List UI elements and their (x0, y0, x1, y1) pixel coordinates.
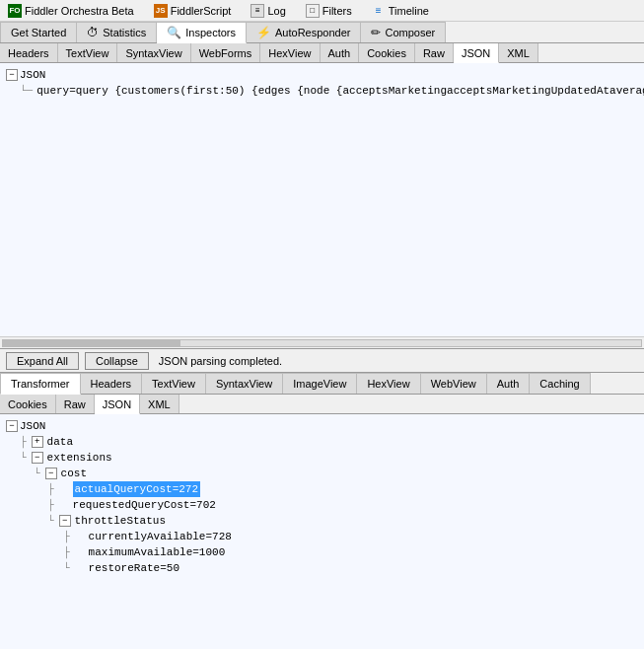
fiddler-script-btn[interactable]: JS FiddlerScript (150, 2, 236, 20)
subtab-textview[interactable]: TextView (58, 43, 118, 62)
tab-statistics-label: Statistics (103, 27, 146, 38)
tree-row-restore-rate[interactable]: └ restoreRate=50 (6, 560, 638, 576)
tab-headers[interactable]: Headers (81, 373, 143, 394)
rqc-connector: ├ (47, 497, 54, 513)
fo-icon: FO (8, 4, 22, 18)
tree-row-requested-query-cost[interactable]: ├ requestedQueryCost=702 (6, 497, 638, 513)
timeline-icon: ≡ (372, 4, 386, 18)
extensions-connector: └ (20, 450, 27, 466)
tree-row-throttle-status[interactable]: └ − throttleStatus (6, 513, 638, 529)
tab-imageview[interactable]: ImageView (283, 373, 357, 394)
lower-subtab-cookies[interactable]: Cookies (0, 395, 56, 413)
tab-autoresponder-label: AutoResponder (275, 27, 350, 38)
fiddler-orchestra-label: Fiddler Orchestra Beta (25, 5, 134, 17)
lower-subtab-xml[interactable]: XML (140, 395, 179, 413)
collapse-btn-extensions[interactable]: − (32, 452, 43, 464)
tab-inspectors[interactable]: 🔍 Inspectors (157, 22, 247, 43)
scroll-thumb[interactable] (3, 340, 180, 346)
requested-query-cost-label: requestedQueryCost=702 (73, 497, 216, 513)
tab-statistics[interactable]: ⏱ Statistics (77, 22, 157, 42)
actual-query-cost-label[interactable]: actualQueryCost=272 (73, 481, 200, 497)
tab-auth[interactable]: Auth (487, 373, 531, 394)
collapse-btn-cost[interactable]: − (45, 468, 57, 479)
tab-caching[interactable]: Caching (530, 373, 590, 394)
tree-row-cost[interactable]: └ − cost (6, 466, 638, 481)
subtab-xml[interactable]: XML (499, 43, 538, 62)
tree-connector: └─ (20, 83, 33, 99)
tab-webview[interactable]: WebView (421, 373, 487, 394)
ma-connector: ├ (63, 544, 70, 560)
tab-composer[interactable]: ✏ Composer (361, 22, 446, 42)
subtab-webforms[interactable]: WebForms (191, 43, 261, 62)
tab-syntaxview[interactable]: SyntaxView (206, 373, 283, 394)
collapse-button[interactable]: Collapse (85, 352, 149, 370)
lower-subtab-json[interactable]: JSON (95, 395, 140, 414)
tree-row-data[interactable]: ├ + data (6, 434, 638, 450)
horizontal-scrollbar[interactable] (0, 336, 644, 348)
collapse-btn-json-root[interactable]: − (6, 69, 18, 81)
tab-hexview[interactable]: HexView (357, 373, 420, 394)
aqc-connector: ├ (47, 481, 54, 497)
tree-row-maximum-available[interactable]: ├ maximumAvailable=1000 (6, 544, 638, 560)
timeline-label: Timeline (389, 5, 429, 17)
statistics-icon: ⏱ (87, 26, 99, 39)
expand-btn-data[interactable]: + (32, 436, 43, 448)
log-icon: ≡ (250, 4, 264, 18)
filters-label: Filters (322, 5, 352, 17)
tab-autoresponder[interactable]: ⚡ AutoResponder (247, 22, 361, 42)
tab-inspectors-label: Inspectors (185, 27, 236, 38)
fiddler-script-label: FiddlerScript (171, 5, 232, 17)
extensions-node-label: extensions (47, 450, 112, 466)
rr-connector: └ (63, 560, 70, 576)
tab-transformer[interactable]: Transformer (0, 373, 81, 395)
restore-rate-label: restoreRate=50 (89, 560, 179, 576)
data-node-label: data (47, 434, 73, 450)
json-panel-top: − JSON └─ query=query {customers(first:5… (0, 63, 644, 349)
subtab-auth[interactable]: Auth (321, 43, 360, 62)
tree-row-bottom-root: − JSON (6, 418, 638, 434)
subtab-hexview[interactable]: HexView (260, 43, 320, 62)
json-tree-bottom: − JSON ├ + data └ − extensions └ − cost (0, 414, 644, 580)
query-line-text: query=query {customers(first:50) {edges … (36, 83, 644, 99)
lower-section: Transformer Headers TextView SyntaxView … (0, 373, 644, 649)
subtab-headers[interactable]: Headers (0, 43, 58, 62)
log-label: Log (267, 5, 285, 17)
transform-tab-bar: Transformer Headers TextView SyntaxView … (0, 373, 644, 395)
json-status-text: JSON parsing completed. (159, 355, 282, 367)
subtab-syntaxview[interactable]: SyntaxView (117, 43, 190, 62)
subtab-cookies[interactable]: Cookies (359, 43, 415, 62)
collapse-btn-bottom-root[interactable]: − (6, 420, 18, 432)
composer-icon: ✏ (371, 26, 381, 39)
autoresponder-icon: ⚡ (256, 26, 271, 39)
lower-subtab-raw[interactable]: Raw (56, 395, 95, 413)
inspectors-icon: 🔍 (167, 26, 181, 39)
tree-row-extensions[interactable]: └ − extensions (6, 450, 638, 466)
timeline-btn[interactable]: ≡ Timeline (368, 2, 433, 20)
cost-node-label: cost (61, 466, 87, 481)
fiddler-orchestra-btn[interactable]: FO Fiddler Orchestra Beta (4, 2, 138, 20)
json-root-label: JSON (20, 67, 45, 83)
tab-composer-label: Composer (385, 27, 435, 38)
ts-connector: └ (47, 513, 54, 529)
log-btn[interactable]: ≡ Log (247, 2, 289, 20)
subtab-json[interactable]: JSON (454, 43, 499, 63)
cost-connector: └ (34, 466, 40, 481)
bottom-json-root-label: JSON (20, 418, 45, 434)
json-tree-top: − JSON └─ query=query {customers(first:5… (0, 63, 644, 103)
throttle-status-label: throttleStatus (75, 513, 166, 529)
tree-row-query[interactable]: └─ query=query {customers(first:50) {edg… (6, 83, 638, 99)
scroll-track[interactable] (2, 339, 642, 347)
main-tab-bar: Get Started ⏱ Statistics 🔍 Inspectors ⚡ … (0, 22, 644, 43)
js-icon: JS (154, 4, 168, 18)
sub-tab-bar-top: Headers TextView SyntaxView WebForms Hex… (0, 43, 644, 63)
data-connector: ├ (20, 434, 27, 450)
json-panel-bottom: − JSON ├ + data └ − extensions └ − cost (0, 414, 644, 649)
expand-all-button[interactable]: Expand All (6, 352, 79, 370)
tab-get-started[interactable]: Get Started (0, 22, 77, 42)
tree-row-currently-available[interactable]: ├ currentlyAvailable=728 (6, 529, 638, 544)
collapse-btn-throttle[interactable]: − (59, 515, 71, 527)
filters-btn[interactable]: □ Filters (302, 2, 356, 20)
tab-textview[interactable]: TextView (142, 373, 206, 394)
tree-row-actual-query-cost[interactable]: ├ actualQueryCost=272 (6, 481, 638, 497)
subtab-raw[interactable]: Raw (415, 43, 454, 62)
